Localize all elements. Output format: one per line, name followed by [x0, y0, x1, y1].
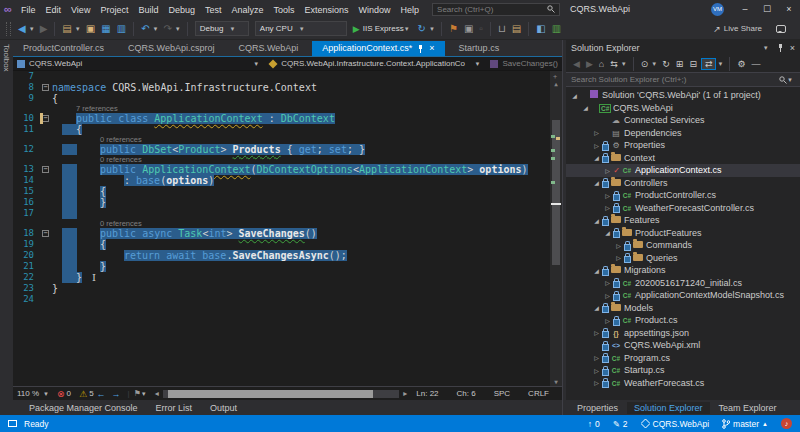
- tree-item[interactable]: ▷Commands: [566, 239, 800, 252]
- tree-item[interactable]: ▷✓C#ApplicationContext.cs: [566, 164, 800, 177]
- profiler-icon[interactable]: ▥: [550, 19, 563, 39]
- se-back-icon[interactable]: ◀: [571, 59, 582, 69]
- tab-productcontroller-cs[interactable]: ProductController.cs: [13, 41, 114, 56]
- menu-file[interactable]: File: [16, 5, 41, 15]
- menu-tools[interactable]: Tools: [269, 5, 300, 15]
- breadcrumb-type[interactable]: CQRS.WebApi.Infrastructure.Context.Appli…: [265, 57, 486, 70]
- se-properties-icon[interactable]: ⚙: [735, 59, 747, 69]
- code-line[interactable]: 21}: [13, 261, 562, 272]
- line-number[interactable]: 23: [13, 283, 39, 294]
- breadcrumb-member[interactable]: SaveChanges(): [486, 57, 562, 70]
- expanded-arrow-icon[interactable]: ◢: [592, 217, 601, 224]
- extra-tool-icon[interactable]: ▫: [477, 19, 485, 39]
- minimize-button[interactable]: –: [734, 0, 756, 18]
- code-line[interactable]: 8−namespace CQRS.WebApi.Infrastructure.C…: [13, 82, 562, 93]
- tree-item[interactable]: ◢Migrations: [566, 264, 800, 277]
- pin-icon[interactable]: [417, 44, 424, 53]
- pending-pushes[interactable]: ↑ 0: [588, 419, 600, 429]
- fold-collapse-icon[interactable]: −: [42, 230, 49, 237]
- scroll-up-icon[interactable]: ▲: [550, 80, 562, 87]
- code-line[interactable]: 17: [13, 208, 562, 219]
- menu-edit[interactable]: Edit: [41, 5, 67, 15]
- breadcrumb-project[interactable]: CQRS.WebApi ▼: [13, 57, 265, 70]
- collapsed-arrow-icon[interactable]: ▷: [592, 129, 601, 136]
- close-button[interactable]: ×: [778, 0, 800, 18]
- tree-item[interactable]: ▷⚙Properties: [566, 139, 800, 152]
- line-number[interactable]: 18: [13, 228, 39, 239]
- code-editor[interactable]: 78−namespace CQRS.WebApi.Infrastructure.…: [13, 71, 562, 386]
- feedback-icon[interactable]: [776, 25, 786, 33]
- new-project-icon[interactable]: ▤: [60, 19, 73, 39]
- code-line[interactable]: 10−public class ApplicationContext : DbC…: [13, 113, 562, 124]
- expanded-arrow-icon[interactable]: ◢: [581, 104, 590, 111]
- line-number[interactable]: 17: [13, 208, 39, 219]
- tree-item[interactable]: ◢Solution 'CQRS.WebApi' (1 of 1 project): [566, 89, 800, 102]
- chevron-down-icon[interactable]: ▼: [717, 61, 723, 67]
- navigate-forward-icon[interactable]: →: [112, 389, 121, 399]
- chevron-down-icon[interactable]: ▼: [29, 26, 35, 32]
- live-share-button[interactable]: Live Share: [724, 24, 762, 33]
- collapsed-arrow-icon[interactable]: ▷: [592, 142, 601, 149]
- tab-cqrs-webapi-csproj[interactable]: CQRS.WebApi.csproj: [118, 41, 224, 56]
- menu-build[interactable]: Build: [133, 5, 163, 15]
- vertical-scrollbar-thumb[interactable]: [552, 120, 560, 265]
- se-switch-views-icon[interactable]: ⇆: [608, 59, 620, 69]
- expanded-arrow-icon[interactable]: ◢: [592, 179, 601, 186]
- se-show-all-files-icon[interactable]: ⊞: [674, 59, 686, 69]
- code-line[interactable]: 19{: [13, 239, 562, 250]
- collapsed-arrow-icon[interactable]: ▷: [603, 292, 612, 299]
- line-number[interactable]: 14: [13, 175, 39, 186]
- se-sync-active-document-icon[interactable]: ⇄: [701, 58, 717, 70]
- nav-forward-icon[interactable]: ▶: [38, 19, 50, 39]
- code-line[interactable]: 11{: [13, 124, 562, 135]
- tree-item[interactable]: ▷C#Startup.cs: [566, 364, 800, 377]
- tree-item[interactable]: ◢Controllers: [566, 177, 800, 190]
- tree-item[interactable]: ◢Context: [566, 152, 800, 165]
- collapsed-arrow-icon[interactable]: ▷: [592, 367, 601, 374]
- tree-item[interactable]: ▷C#ProductController.cs: [566, 189, 800, 202]
- menu-view[interactable]: View: [66, 5, 95, 15]
- chevron-down-icon[interactable]: ▼: [429, 26, 435, 32]
- code-line[interactable]: 15{: [13, 186, 562, 197]
- hscroll-right-icon[interactable]: ▸: [403, 389, 407, 398]
- chevron-down-icon[interactable]: ▼: [75, 26, 81, 32]
- toolbox-side-tab[interactable]: Toolbox: [0, 40, 13, 415]
- se-tab-properties[interactable]: Properties: [570, 402, 625, 414]
- save-all-icon[interactable]: ▥: [115, 19, 128, 39]
- diff-margin-icon[interactable]: ⚑: [134, 389, 141, 398]
- expanded-arrow-icon[interactable]: ◢: [592, 304, 601, 311]
- space-mode-indicator[interactable]: SPC: [494, 389, 510, 398]
- collapsed-arrow-icon[interactable]: ▷: [592, 354, 601, 361]
- branch-indicator[interactable]: master ▲: [722, 419, 768, 429]
- collapsed-arrow-icon[interactable]: ▷: [592, 329, 601, 336]
- avatar[interactable]: VM: [711, 3, 724, 16]
- se-collapse-all-icon[interactable]: ⊟: [687, 59, 699, 69]
- menu-analyze[interactable]: Analyze: [226, 5, 268, 15]
- line-number[interactable]: 22: [13, 272, 39, 283]
- tree-item[interactable]: ▷C#WeatherForecast.cs: [566, 377, 800, 390]
- error-count[interactable]: 0: [67, 389, 71, 398]
- collapsed-arrow-icon[interactable]: ▷: [614, 242, 623, 249]
- menu-project[interactable]: Project: [95, 5, 133, 15]
- collapsed-arrow-icon[interactable]: ▷: [614, 254, 623, 261]
- expanded-arrow-icon[interactable]: ◢: [592, 267, 601, 274]
- tree-item[interactable]: ◢Features: [566, 214, 800, 227]
- chevron-down-icon[interactable]: ▼: [651, 61, 657, 67]
- hscroll-left-icon[interactable]: ◂: [155, 389, 159, 398]
- panel-tab-package-manager-console[interactable]: Package Manager Console: [29, 403, 138, 413]
- chevron-down-icon[interactable]: ▼: [175, 26, 181, 32]
- code-line[interactable]: 7: [13, 71, 562, 82]
- line-number[interactable]: 12: [13, 144, 39, 155]
- toolbar-drag-handle[interactable]: [6, 22, 11, 36]
- scroll-down-icon[interactable]: ▼: [550, 378, 562, 385]
- tree-item[interactable]: ▷C#Program.cs: [566, 352, 800, 365]
- chevron-down-icon[interactable]: ▼: [621, 61, 627, 67]
- code-line[interactable]: 13−public ApplicationContext(DbContextOp…: [13, 164, 562, 175]
- tree-item[interactable]: ▷{}appsettings.json: [566, 327, 800, 340]
- close-tab-icon[interactable]: ×: [429, 43, 434, 53]
- pin-icon[interactable]: [777, 43, 784, 52]
- tree-item[interactable]: ▷▤Dependencies: [566, 127, 800, 140]
- se-refresh-icon[interactable]: ↻: [660, 59, 672, 69]
- run-iis-express-button[interactable]: ▶IIS Express▼: [353, 24, 412, 34]
- debug-config-select[interactable]: Debug▼: [195, 21, 249, 36]
